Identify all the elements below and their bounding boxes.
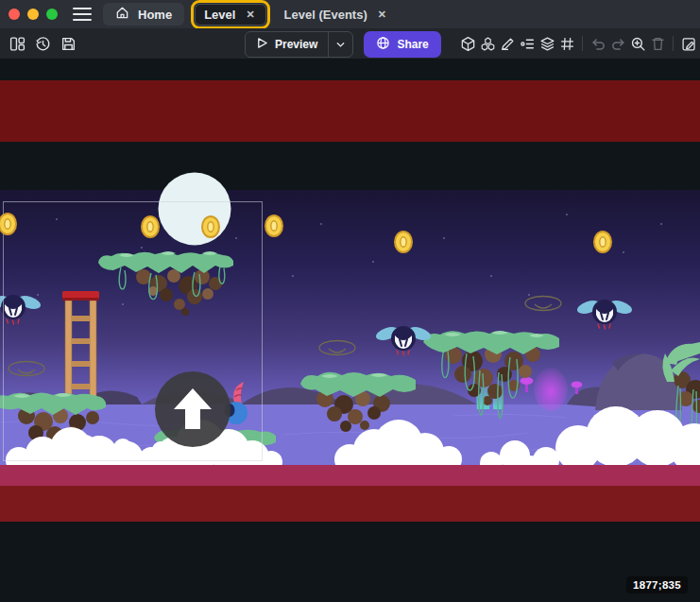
panel-layout-icon[interactable] (9, 35, 26, 52)
coin[interactable] (265, 215, 282, 236)
coin[interactable] (395, 232, 412, 252)
moon[interactable] (159, 173, 231, 246)
tab-label: Level (Events) (284, 8, 367, 22)
share-button[interactable]: Share (364, 31, 440, 58)
scene-canvas[interactable]: 1877;835 (0, 59, 700, 602)
ground-band-dark[interactable] (0, 486, 700, 522)
close-tab-icon[interactable]: ✕ (376, 9, 388, 21)
pencil-icon[interactable] (499, 35, 516, 52)
jump-touch-button[interactable] (155, 371, 230, 447)
cursor-coordinates-badge: 1877;835 (626, 576, 688, 593)
ground-band[interactable] (0, 465, 700, 486)
scene-properties-icon[interactable] (680, 35, 697, 52)
tab-level-events[interactable]: Level (Events) ✕ (273, 8, 400, 22)
coin[interactable] (142, 216, 159, 237)
globe-icon (376, 36, 390, 53)
coin[interactable] (202, 216, 219, 237)
title-bar: Home Level ✕ Level (Events) ✕ (0, 0, 700, 28)
preview-button[interactable]: Preview (245, 31, 353, 58)
trash-icon[interactable] (649, 35, 666, 52)
objects-icon[interactable] (459, 35, 476, 52)
project-manager-menu-icon[interactable] (73, 8, 92, 21)
preview-options-dropdown[interactable] (329, 40, 352, 50)
play-icon (256, 37, 268, 52)
close-window-button[interactable] (9, 9, 20, 20)
layers-icon[interactable] (538, 35, 555, 52)
scene-editor-toolbar: Preview Share (0, 28, 700, 59)
grid-icon[interactable] (558, 35, 575, 52)
coin[interactable] (594, 232, 611, 252)
share-label: Share (397, 38, 428, 51)
gdevelop-window: Home Level ✕ Level (Events) ✕ (0, 0, 700, 602)
history-icon[interactable] (34, 35, 51, 52)
close-tab-icon[interactable]: ✕ (244, 9, 256, 21)
scene-render (0, 59, 700, 602)
redo-icon[interactable] (609, 35, 626, 52)
tab-strip: Home Level ✕ Level (Events) ✕ (103, 0, 400, 28)
undo-icon[interactable] (589, 35, 606, 52)
save-icon[interactable] (60, 35, 77, 52)
tab-label: Home (138, 8, 172, 22)
top-red-band[interactable] (0, 80, 700, 142)
home-icon (115, 6, 129, 23)
object-groups-icon[interactable] (479, 35, 496, 52)
zoom-in-icon[interactable] (629, 35, 646, 52)
coin[interactable] (0, 214, 16, 234)
preview-label: Preview (275, 38, 317, 51)
traffic-lights (0, 9, 67, 20)
maximize-window-button[interactable] (46, 9, 58, 20)
minimize-window-button[interactable] (27, 9, 39, 20)
tab-level[interactable]: Level ✕ (195, 4, 265, 26)
tab-home[interactable]: Home (103, 3, 184, 26)
tab-label: Level (204, 8, 235, 22)
instances-icon[interactable] (519, 35, 536, 52)
tab-highlight-box: Level ✕ (191, 0, 269, 29)
